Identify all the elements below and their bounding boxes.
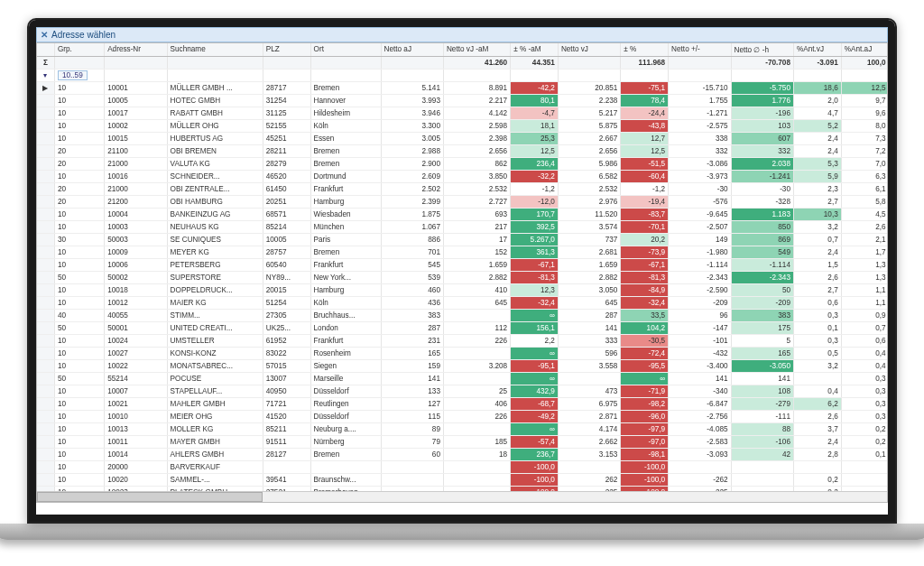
column-header[interactable]: ± %: [621, 43, 669, 56]
laptop-base: [0, 524, 924, 540]
table-row[interactable]: 2021200OBI HAMBURG20251Hamburg2.3992.727…: [37, 195, 888, 208]
table-row[interactable]: 1010007STAPELLAUF...40950Düsseldorf13325…: [37, 385, 888, 397]
table-row[interactable]: 1010020SAMMEL-...39541Braunschw...-100,0…: [37, 473, 888, 486]
column-header[interactable]: ± % -aM: [511, 43, 559, 56]
column-header[interactable]: Netto aJ: [381, 43, 443, 56]
table-row[interactable]: 1010022MONATSABREC...57015Siegen1593.208…: [37, 359, 888, 372]
column-header[interactable]: Netto ∅ -h: [731, 43, 793, 56]
column-header[interactable]: Adress-Nr: [105, 43, 167, 56]
column-header[interactable]: Netto vJ: [558, 43, 620, 56]
close-icon[interactable]: ✕: [41, 30, 48, 40]
data-grid[interactable]: Grp.Adress-NrSuchnamePLZOrtNetto aJNetto…: [36, 42, 888, 503]
table-row[interactable]: 1010016SCHNEIDER...46520Dortmund2.6093.8…: [37, 170, 888, 182]
table-row[interactable]: 1010011MAYER GMBH91511Nürnberg79185-57,4…: [37, 435, 888, 448]
column-header[interactable]: [37, 43, 54, 56]
column-header[interactable]: Netto vJ -aM: [443, 43, 510, 56]
table-row[interactable]: 5055214POCUSE13007Marseille141∞∞1411410,…: [37, 372, 888, 385]
table-row[interactable]: 2021100OBI BREMEN28211Bremen2.9882.65612…: [37, 144, 888, 157]
table-row[interactable]: 1010017RABATT GMBH31125Hildesheim3.9464.…: [37, 107, 888, 119]
table-row[interactable]: 3050003SE CUNIQUES10005Paris886175.267,0…: [37, 233, 888, 246]
column-header[interactable]: %Ant.vJ: [793, 43, 841, 56]
app-screen: ✕ Adresse wählen Grp.Adress-NrSuchnamePL…: [27, 18, 897, 524]
table-row[interactable]: ▶1010001MÜLLER GMBH ...28717Bremen5.1418…: [37, 81, 888, 94]
laptop-frame: ✕ Adresse wählen Grp.Adress-NrSuchnamePL…: [0, 0, 924, 566]
table-row[interactable]: 1010002MÜLLER OHG52155Köln3.3002.59818,1…: [37, 119, 888, 132]
column-header[interactable]: Grp.: [54, 43, 104, 56]
table-row[interactable]: 5050002SUPERSTORENY89...New York...5392.…: [37, 271, 888, 283]
table-row[interactable]: 1010015HUBERTUS AG45251Essen3.0052.39825…: [37, 132, 888, 144]
table-row[interactable]: 1010009MEYER KG28757Bremen701152361,32.6…: [37, 246, 888, 258]
table-row[interactable]: 1010005HOTEC GMBH31254Hannover3.9932.217…: [37, 94, 888, 107]
table-row[interactable]: 1010010MEIER OHG41520Düsseldorf115226-49…: [37, 410, 888, 422]
table-row[interactable]: 5050001UNITED CREATI...UK25...London2871…: [37, 321, 888, 334]
filter-row[interactable]: ▾10..59: [37, 69, 888, 81]
window-titlebar[interactable]: ✕ Adresse wählen: [36, 27, 888, 42]
table-row[interactable]: 1010004BANKEINZUG AG68571Wiesbaden1.8756…: [37, 208, 888, 220]
scrollbar-thumb[interactable]: [37, 492, 263, 502]
table-row[interactable]: 1020000BARVERKAUF-100,0-100,025.08.2022: [37, 460, 888, 473]
grp-filter[interactable]: 10..59: [58, 70, 88, 80]
window-title: Adresse wählen: [51, 30, 116, 40]
table-row[interactable]: 1010018DOPPELDRUCK...20015Hamburg4604101…: [37, 283, 888, 296]
table-row[interactable]: 1010024UMSTELLER61952Frankfurt2312262,23…: [37, 334, 888, 347]
table-row[interactable]: 2021000VALUTA KG28279Bremen2.900862236,4…: [37, 157, 888, 170]
column-header[interactable]: Netto +/-: [669, 43, 731, 56]
column-header[interactable]: PLZ: [263, 43, 310, 56]
column-header[interactable]: %Ant.aJ: [841, 43, 888, 56]
sum-row: Σ41.26044.351111.968-70.708-3.091100,010…: [37, 56, 888, 69]
table-row[interactable]: 1010013MOLLER KG85211Neuburg a....89∞4.1…: [37, 422, 888, 435]
table-row[interactable]: 1010003NEUHAUS KG85214München1.067217392…: [37, 220, 888, 233]
column-header[interactable]: Suchname: [167, 43, 263, 56]
table-row[interactable]: 2021000OBI ZENTRALE...61450Frankfurt2.50…: [37, 182, 888, 195]
table-row[interactable]: 1010006PETERSBERG60540Frankfurt5451.659-…: [37, 258, 888, 271]
table-row[interactable]: 1010014AHLERS GMBH28127Bremen6018236,73.…: [37, 448, 888, 460]
horizontal-scrollbar[interactable]: [37, 491, 887, 502]
column-header[interactable]: Ort: [310, 43, 381, 56]
table-row[interactable]: 1010027KONSI-KONZ83022Rosenheim165∞596-7…: [37, 347, 888, 359]
column-header-row[interactable]: Grp.Adress-NrSuchnamePLZOrtNetto aJNetto…: [37, 43, 888, 56]
table-row[interactable]: 1010012MAIER KG51254Köln436645-32,4645-3…: [37, 296, 888, 309]
table-row[interactable]: 4040055STIMM...27305Bruchhaus...383∞2873…: [37, 309, 888, 321]
filter-funnel-icon[interactable]: ▾: [43, 71, 47, 79]
table-row[interactable]: 1010021MAHLER GMBH71721Reutlingen127406-…: [37, 397, 888, 410]
